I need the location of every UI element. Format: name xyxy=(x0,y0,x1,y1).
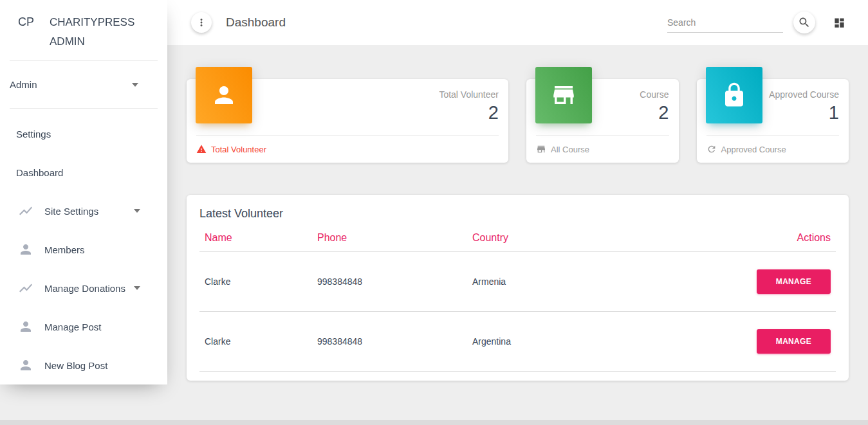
store-icon xyxy=(536,144,546,154)
stat-footer-text: Approved Course xyxy=(721,145,786,154)
topbar: Dashboard xyxy=(167,0,868,45)
table-row: Clarke 998384848 Argentina MANAGE xyxy=(199,312,836,372)
column-header-actions: Actions xyxy=(752,224,836,252)
stat-value: 2 xyxy=(439,102,499,123)
sidebar-item-new-blog-post[interactable]: New Blog Post xyxy=(0,346,167,384)
chevron-down-icon xyxy=(132,83,138,87)
cell-name: Clarke xyxy=(199,312,312,372)
sidebar-item-manage-donations[interactable]: Manage Donations xyxy=(0,269,167,307)
stat-label: Total Volunteer xyxy=(439,88,499,101)
refresh-icon xyxy=(706,144,717,154)
search-input[interactable] xyxy=(667,13,783,33)
stat-value: 1 xyxy=(769,102,839,123)
stat-card-approved-course: Approved Course 1 Approved Course xyxy=(697,79,849,163)
sidebar-item-label: Site Settings xyxy=(44,206,98,217)
sidebar-item-site-settings[interactable]: Site Settings xyxy=(0,192,167,230)
column-header-country: Country xyxy=(467,224,752,252)
sidebar-item-members[interactable]: Members xyxy=(0,230,167,269)
horizontal-scrollbar[interactable] xyxy=(0,420,868,425)
chevron-down-icon xyxy=(134,286,140,290)
table-row: Clarke 998384848 Armenia MANAGE xyxy=(199,252,836,312)
column-header-phone: Phone xyxy=(312,224,467,252)
lock-icon xyxy=(706,67,762,123)
line-chart-icon xyxy=(18,203,33,219)
stat-label: Course xyxy=(640,88,669,101)
brand[interactable]: CP CHARITYPRESS ADMIN xyxy=(0,0,167,60)
sidebar: CP CHARITYPRESS ADMIN Admin Settings Das… xyxy=(0,0,167,384)
main-area: Dashboard Total Volunteer xyxy=(167,0,868,400)
volunteer-table: Name Phone Country Actions Clarke 998384… xyxy=(199,224,836,372)
card-title: Latest Volunteer xyxy=(187,195,849,224)
user-name: Admin xyxy=(10,79,37,90)
sidebar-item-settings[interactable]: Settings xyxy=(0,114,167,153)
sidebar-nav: Settings Dashboard Site Settings Members… xyxy=(0,109,167,384)
manage-button[interactable]: MANAGE xyxy=(757,269,831,294)
chevron-down-icon xyxy=(134,209,140,213)
line-chart-icon xyxy=(18,280,33,296)
sidebar-item-dashboard[interactable]: Dashboard xyxy=(0,153,167,192)
dashboard-grid-button[interactable] xyxy=(833,17,845,29)
cell-country: Armenia xyxy=(467,252,752,312)
content: Total Volunteer 2 Total Volunteer xyxy=(167,79,868,400)
stat-card-total-volunteer: Total Volunteer 2 Total Volunteer xyxy=(187,79,508,163)
stat-label: Approved Course xyxy=(769,88,839,101)
person-icon xyxy=(18,319,33,334)
sidebar-item-label: Manage Post xyxy=(44,321,101,332)
search-icon xyxy=(798,16,811,29)
page-title: Dashboard xyxy=(226,15,286,30)
stat-value: 2 xyxy=(640,102,669,123)
manage-button[interactable]: MANAGE xyxy=(757,329,831,354)
sidebar-item-label: Manage Donations xyxy=(44,283,125,294)
latest-volunteer-card: Latest Volunteer Name Phone Country Acti… xyxy=(187,195,849,381)
stat-footer-text: All Course xyxy=(551,145,589,154)
column-header-name: Name xyxy=(199,224,312,252)
dashboard-grid-icon xyxy=(833,17,845,29)
sidebar-item-manage-post[interactable]: Manage Post xyxy=(0,307,167,346)
cell-country: Argentina xyxy=(467,312,752,372)
cell-name: Clarke xyxy=(199,252,312,312)
user-dropdown-admin[interactable]: Admin xyxy=(0,61,167,108)
person-icon xyxy=(18,242,33,257)
person-icon xyxy=(196,67,252,123)
cell-phone: 998384848 xyxy=(312,312,467,372)
more-options-button[interactable] xyxy=(191,12,212,33)
stats-row: Total Volunteer 2 Total Volunteer xyxy=(187,79,849,163)
warning-icon xyxy=(196,144,207,154)
person-icon xyxy=(18,357,33,373)
sidebar-item-label: Settings xyxy=(16,129,51,140)
brand-mini: CP xyxy=(18,15,34,29)
more-vert-icon xyxy=(196,17,207,28)
stat-footer-text: Total Volunteer xyxy=(211,145,266,154)
sidebar-item-label: Members xyxy=(44,244,85,255)
table-header-row: Name Phone Country Actions xyxy=(199,224,836,252)
sidebar-item-label: New Blog Post xyxy=(44,360,107,371)
store-icon xyxy=(535,67,592,123)
sidebar-item-label: Dashboard xyxy=(16,167,63,178)
brand-title: CHARITYPRESS ADMIN xyxy=(50,13,143,51)
search-button[interactable] xyxy=(793,12,815,33)
cell-phone: 998384848 xyxy=(312,252,467,312)
stat-card-course: Course 2 All Course xyxy=(526,79,679,163)
